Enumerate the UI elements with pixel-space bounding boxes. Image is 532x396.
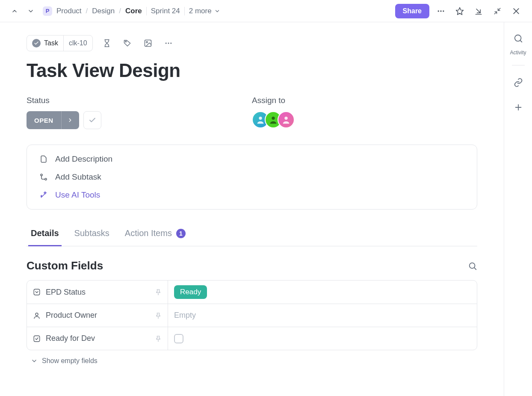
- task-id-label: clk-10: [64, 39, 92, 47]
- search-icon[interactable]: [468, 261, 477, 271]
- use-ai-tools-button[interactable]: Use AI Tools: [39, 190, 465, 200]
- check-circle-icon: [32, 39, 41, 47]
- svg-rect-11: [145, 40, 151, 47]
- empty-value: Empty: [174, 311, 196, 320]
- add-description-label: Add Description: [55, 154, 112, 164]
- tab-subtasks[interactable]: Subtasks: [74, 222, 109, 246]
- svg-point-12: [146, 41, 147, 43]
- svg-point-24: [35, 313, 38, 316]
- add-panel-icon[interactable]: [510, 99, 527, 116]
- pin-icon[interactable]: [155, 335, 162, 342]
- star-icon[interactable]: [452, 4, 467, 18]
- share-button[interactable]: Share: [395, 4, 429, 18]
- person-field-icon: [33, 312, 41, 319]
- chevron-down-icon: [214, 8, 220, 14]
- assignee-avatars[interactable]: [252, 111, 477, 128]
- pin-icon[interactable]: [155, 289, 162, 296]
- svg-point-17: [272, 117, 275, 120]
- svg-line-27: [520, 41, 522, 42]
- breadcrumb-design[interactable]: Design: [92, 7, 115, 15]
- custom-field-name-cell[interactable]: Ready for Dev: [27, 327, 168, 350]
- action-items-count-badge: 1: [176, 229, 186, 238]
- tab-action-items-label: Action Items: [125, 228, 172, 238]
- svg-point-14: [168, 43, 169, 44]
- divider: [184, 7, 185, 15]
- custom-field-row: Ready for Dev: [27, 327, 477, 350]
- close-icon[interactable]: [509, 4, 523, 18]
- svg-marker-3: [456, 7, 464, 15]
- custom-field-value-cell[interactable]: Empty: [168, 304, 477, 327]
- custom-fields-table: EPD Status Ready Product Owner: [27, 280, 477, 350]
- task-meta-row: Task clk-10: [27, 35, 477, 51]
- download-icon[interactable]: [471, 4, 486, 18]
- document-icon: [39, 155, 48, 163]
- topbar: P Product / Design / Core Sprint 24 2 mo…: [0, 0, 532, 22]
- time-tracking-icon[interactable]: [100, 37, 113, 50]
- custom-field-label: Ready for Dev: [46, 334, 95, 343]
- assign-label: Assign to: [252, 96, 477, 105]
- more-horizontal-icon[interactable]: [162, 37, 175, 50]
- breadcrumb-more[interactable]: 2 more: [189, 7, 220, 15]
- svg-rect-25: [34, 336, 40, 342]
- task-type-label: Task: [44, 39, 58, 47]
- svg-line-6: [498, 8, 500, 10]
- svg-point-16: [259, 117, 262, 120]
- pin-icon[interactable]: [155, 312, 162, 319]
- status-pill[interactable]: OPEN: [27, 111, 79, 129]
- tab-action-items[interactable]: Action Items 1: [125, 222, 186, 246]
- breadcrumb-core[interactable]: Core: [125, 7, 142, 15]
- status-label: Status: [27, 96, 252, 105]
- svg-point-0: [438, 10, 439, 12]
- svg-point-15: [170, 43, 171, 44]
- mark-complete-button[interactable]: [83, 111, 101, 129]
- status-chip-ready: Ready: [174, 285, 207, 299]
- custom-field-label: EPD Status: [46, 288, 86, 297]
- custom-field-name-cell[interactable]: EPD Status: [27, 281, 168, 304]
- activity-label: Activity: [510, 50, 526, 56]
- task-title[interactable]: Task View Design: [27, 60, 477, 81]
- collapse-icon[interactable]: [490, 4, 505, 18]
- ai-sparkle-icon: [39, 191, 48, 199]
- custom-field-value-cell[interactable]: [168, 327, 477, 350]
- svg-point-10: [125, 41, 127, 42]
- board-badge[interactable]: P: [43, 6, 52, 16]
- checkbox-unchecked[interactable]: [174, 334, 183, 343]
- divider: [512, 65, 525, 65]
- custom-fields-title: Custom Fields: [27, 259, 103, 272]
- chevron-down-icon: [31, 358, 38, 364]
- tag-icon[interactable]: [121, 37, 134, 50]
- nav-up-icon[interactable]: [9, 5, 21, 17]
- task-chip[interactable]: Task clk-10: [27, 35, 93, 51]
- link-icon[interactable]: [510, 74, 527, 91]
- svg-point-2: [443, 10, 444, 12]
- activity-icon[interactable]: [510, 30, 527, 47]
- breadcrumb-product[interactable]: Product: [56, 7, 82, 15]
- custom-field-name-cell[interactable]: Product Owner: [27, 304, 168, 327]
- svg-line-7: [494, 12, 497, 14]
- avatar[interactable]: [278, 111, 295, 128]
- status-value: OPEN: [27, 117, 61, 124]
- dropdown-field-icon: [33, 288, 41, 296]
- custom-field-row: EPD Status Ready: [27, 281, 477, 304]
- add-subtask-button[interactable]: Add Subtask: [39, 172, 465, 182]
- checkbox-field-icon: [33, 335, 41, 343]
- breadcrumb-sprint[interactable]: Sprint 24: [151, 7, 180, 15]
- custom-field-row: Product Owner Empty: [27, 304, 477, 327]
- right-rail: Activity: [504, 22, 532, 396]
- svg-point-13: [165, 43, 166, 44]
- tab-details[interactable]: Details: [31, 222, 59, 246]
- custom-field-value-cell[interactable]: Ready: [168, 281, 477, 304]
- breadcrumb-separator: /: [119, 7, 121, 15]
- add-description-button[interactable]: Add Description: [39, 154, 465, 164]
- show-empty-fields-button[interactable]: Show empty fields: [27, 357, 477, 365]
- more-horizontal-icon[interactable]: [434, 4, 448, 18]
- divider: [146, 7, 147, 15]
- tabs: Details Subtasks Action Items 1: [27, 222, 477, 246]
- nav-down-icon[interactable]: [25, 5, 37, 17]
- content-area: Task clk-10 Task View Design Status: [0, 22, 504, 396]
- show-empty-fields-label: Show empty fields: [42, 357, 98, 365]
- add-subtask-label: Add Subtask: [55, 172, 101, 182]
- status-next-icon[interactable]: [61, 111, 79, 129]
- subtask-icon: [39, 173, 48, 181]
- attachment-image-icon[interactable]: [142, 37, 154, 50]
